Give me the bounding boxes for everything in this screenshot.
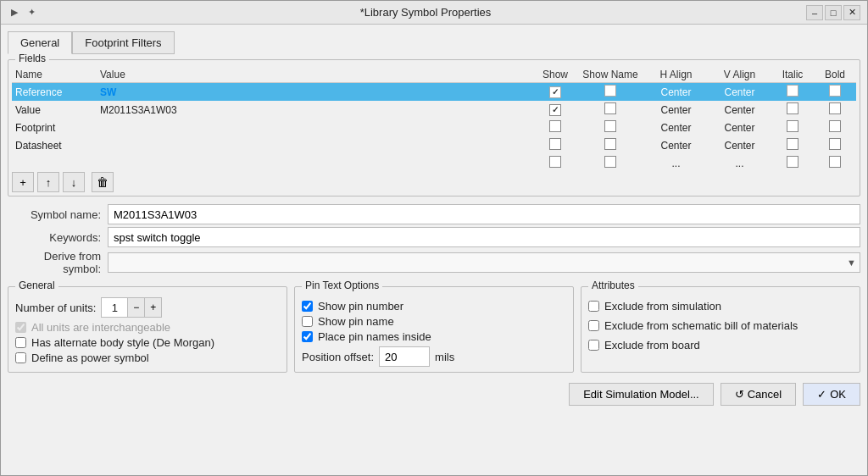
field-value-cell [97,136,534,154]
attributes-label: Attributes [588,280,638,291]
num-units-decrease[interactable]: − [127,298,144,317]
edit-simulation-model-button[interactable]: Edit Simulation Model... [569,383,714,406]
exclude-from-bom-checkbox[interactable] [588,320,599,331]
col-header-bold: Bold [814,67,856,83]
symbol-name-input[interactable] [108,204,860,224]
toolbar-icon-2[interactable]: ✦ [25,6,38,19]
num-units-increase[interactable]: + [144,298,161,317]
col-header-halign: H Align [644,67,708,83]
main-window: ▶ ✦ *Library Symbol Properties – □ ✕ Gen… [0,0,868,476]
fields-group-label: Fields [15,53,49,64]
field-name-cell: Value [12,101,97,119]
all-units-interchangeable-label: All units are interchangeable [31,321,170,334]
add-row-button[interactable]: + [12,172,34,192]
tab-bar: General Footprint Filters [8,31,860,54]
num-units-spinner: 1 − + [101,297,162,318]
field-showname-cell[interactable] [576,83,644,102]
table-row[interactable]: FootprintCenterCenter [12,119,856,136]
field-showname-cell[interactable] [576,101,644,119]
symbol-name-label: Symbol name: [8,208,101,221]
exclude-from-simulation-row: Exclude from simulation [588,300,853,313]
table-row[interactable]: DatasheetCenterCenter [12,136,856,154]
table-row[interactable]: ...... [12,154,856,169]
field-showname-cell[interactable] [576,154,644,169]
delete-row-button[interactable]: 🗑 [92,172,114,192]
field-bold-cell[interactable] [814,83,856,102]
table-row[interactable]: ValueM2011S3A1W03CenterCenter [12,101,856,119]
field-value-cell: M2011S3A1W03 [97,101,534,119]
field-halign-cell: ... [644,154,708,169]
field-halign-cell: Center [644,101,708,119]
ok-icon: ✓ [817,388,826,401]
field-italic-cell[interactable] [771,101,814,119]
field-valign-cell: Center [708,119,771,136]
col-header-valign: V Align [708,67,771,83]
bottom-section: General Number of units: 1 − + All units… [8,286,860,373]
fields-table-container: Name Value Show Show Name H Align V Alig… [12,67,856,169]
table-row[interactable]: ReferenceSWCenterCenter [12,83,856,102]
exclude-from-bom-row: Exclude from schematic bill of materials [588,319,853,332]
field-show-cell[interactable] [534,136,576,154]
define-as-power-row: Define as power symbol [15,351,280,364]
tab-general[interactable]: General [8,31,72,54]
exclude-from-simulation-checkbox[interactable] [588,301,599,312]
table-toolbar: + ↑ ↓ 🗑 [12,172,856,192]
all-units-interchangeable-checkbox[interactable] [15,322,26,333]
define-as-power-checkbox[interactable] [15,352,26,363]
keywords-row: Keywords: [8,227,860,247]
position-offset-input[interactable] [379,346,430,367]
attributes-group: Attributes Exclude from simulation Exclu… [581,286,860,373]
place-pin-names-inside-label: Place pin names inside [318,330,431,343]
field-valign-cell: Center [708,83,771,102]
field-show-cell[interactable] [534,101,576,119]
field-bold-cell[interactable] [814,119,856,136]
toolbar-icon-1[interactable]: ▶ [8,6,21,19]
ok-button[interactable]: ✓ OK [803,383,860,406]
field-show-cell[interactable] [534,119,576,136]
exclude-from-board-checkbox[interactable] [588,340,599,351]
symbol-name-row: Symbol name: [8,204,860,224]
field-showname-cell[interactable] [576,119,644,136]
derive-input[interactable]: ▼ [108,252,860,273]
field-valign-cell: ... [708,154,771,169]
field-bold-cell[interactable] [814,154,856,169]
field-italic-cell[interactable] [771,119,814,136]
derive-row: Derive from symbol: ▼ [8,250,860,275]
move-up-button[interactable]: ↑ [37,172,59,192]
place-pin-names-inside-row: Place pin names inside [302,330,566,343]
place-pin-names-inside-checkbox[interactable] [302,331,313,342]
show-pin-name-checkbox[interactable] [302,316,313,327]
field-value-cell: SW [97,83,534,102]
close-button[interactable]: ✕ [843,5,860,20]
title-bar-icons: ▶ ✦ [8,6,38,19]
tab-footprint-filters[interactable]: Footprint Filters [72,31,174,54]
field-halign-cell: Center [644,83,708,102]
general-group-label: General [15,280,58,291]
show-pin-number-row: Show pin number [302,300,566,313]
chevron-down-icon: ▼ [847,257,856,268]
field-italic-cell[interactable] [771,83,814,102]
field-show-cell[interactable] [534,83,576,102]
maximize-button[interactable]: □ [825,5,842,20]
field-showname-cell[interactable] [576,136,644,154]
cancel-button[interactable]: ↺ Cancel [721,383,796,406]
show-pin-name-label: Show pin name [318,315,394,328]
field-show-cell[interactable] [534,154,576,169]
symbol-fields: Symbol name: Keywords: Derive from symbo… [8,202,860,278]
move-down-button[interactable]: ↓ [63,172,85,192]
num-units-row: Number of units: 1 − + [15,297,280,318]
field-italic-cell[interactable] [771,154,814,169]
show-pin-number-label: Show pin number [318,300,403,313]
field-bold-cell[interactable] [814,136,856,154]
field-italic-cell[interactable] [771,136,814,154]
field-bold-cell[interactable] [814,101,856,119]
num-units-value: 1 [102,302,127,314]
field-halign-cell: Center [644,136,708,154]
keywords-input[interactable] [108,227,860,247]
minimize-button[interactable]: – [806,5,823,20]
col-header-name: Name [12,67,97,83]
footer: Edit Simulation Model... ↺ Cancel ✓ OK [8,378,860,407]
content-area: General Footprint Filters Fields Name Va… [1,25,867,475]
show-pin-number-checkbox[interactable] [302,301,313,312]
has-alternate-body-checkbox[interactable] [15,337,26,348]
